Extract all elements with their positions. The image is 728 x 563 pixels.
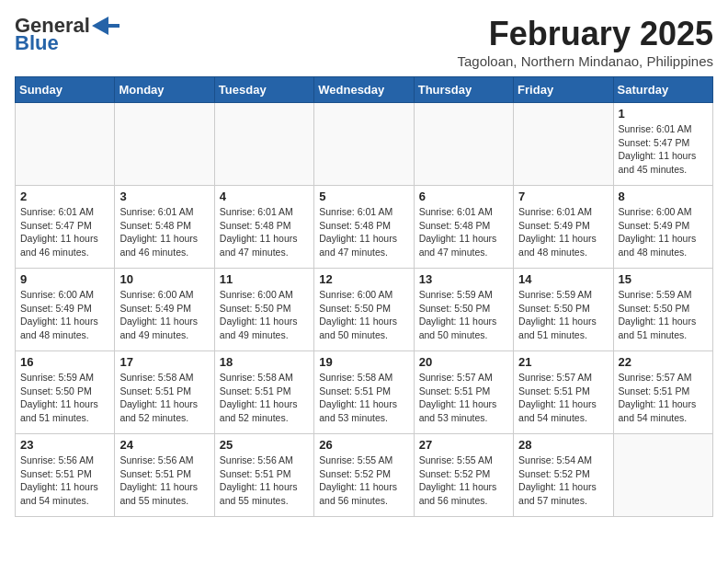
day-info: Sunrise: 5:54 AM Sunset: 5:52 PM Dayligh… (518, 454, 608, 508)
col-header-sunday: Sunday (16, 77, 115, 103)
day-number: 6 (419, 190, 508, 203)
day-number: 21 (518, 355, 608, 369)
calendar-cell (115, 103, 214, 186)
calendar-cell: 12Sunrise: 6:00 AM Sunset: 5:50 PM Dayli… (314, 269, 414, 351)
day-number: 25 (220, 438, 309, 452)
calendar-cell: 1Sunrise: 6:01 AM Sunset: 5:47 PM Daylig… (613, 103, 712, 186)
day-number: 13 (419, 272, 508, 286)
day-info: Sunrise: 5:55 AM Sunset: 5:52 PM Dayligh… (419, 454, 508, 508)
title-block: February 2025 Tagoloan, Northern Mindana… (457, 15, 713, 69)
col-header-friday: Friday (514, 77, 613, 103)
day-number: 10 (119, 272, 209, 286)
calendar-cell: 19Sunrise: 5:58 AM Sunset: 5:51 PM Dayli… (314, 351, 414, 434)
calendar-week-row: 9Sunrise: 6:00 AM Sunset: 5:49 PM Daylig… (16, 269, 713, 351)
col-header-monday: Monday (115, 77, 214, 103)
day-info: Sunrise: 5:58 AM Sunset: 5:51 PM Dayligh… (319, 371, 408, 425)
calendar-cell: 13Sunrise: 5:59 AM Sunset: 5:50 PM Dayli… (414, 269, 513, 351)
day-info: Sunrise: 5:56 AM Sunset: 5:51 PM Dayligh… (220, 454, 309, 508)
calendar-cell: 3Sunrise: 6:01 AM Sunset: 5:48 PM Daylig… (115, 186, 214, 269)
calendar-week-row: 16Sunrise: 5:59 AM Sunset: 5:50 PM Dayli… (16, 351, 713, 434)
calendar-cell: 20Sunrise: 5:57 AM Sunset: 5:51 PM Dayli… (414, 351, 513, 434)
day-number: 9 (20, 272, 109, 286)
day-number: 20 (419, 355, 508, 369)
col-header-saturday: Saturday (613, 77, 712, 103)
day-number: 16 (20, 355, 109, 369)
calendar-cell: 17Sunrise: 5:58 AM Sunset: 5:51 PM Dayli… (115, 351, 214, 434)
day-number: 23 (20, 438, 109, 452)
calendar-cell (414, 103, 513, 186)
location-subtitle: Tagoloan, Northern Mindanao, Philippines (457, 53, 713, 69)
calendar-cell: 10Sunrise: 6:00 AM Sunset: 5:49 PM Dayli… (115, 269, 214, 351)
day-info: Sunrise: 6:01 AM Sunset: 5:48 PM Dayligh… (319, 205, 408, 259)
calendar-cell: 25Sunrise: 5:56 AM Sunset: 5:51 PM Dayli… (214, 434, 313, 517)
calendar-cell: 11Sunrise: 6:00 AM Sunset: 5:50 PM Dayli… (214, 269, 313, 351)
day-info: Sunrise: 5:56 AM Sunset: 5:51 PM Dayligh… (20, 454, 109, 508)
day-number: 22 (619, 355, 708, 369)
day-info: Sunrise: 6:00 AM Sunset: 5:49 PM Dayligh… (20, 288, 109, 342)
svg-marker-0 (92, 17, 119, 35)
calendar-cell: 18Sunrise: 5:58 AM Sunset: 5:51 PM Dayli… (214, 351, 313, 434)
logo-arrow-icon (92, 17, 119, 35)
month-year-title: February 2025 (457, 15, 713, 53)
calendar-cell: 22Sunrise: 5:57 AM Sunset: 5:51 PM Dayli… (613, 351, 712, 434)
day-number: 19 (319, 355, 408, 369)
day-number: 17 (119, 355, 209, 369)
day-info: Sunrise: 6:00 AM Sunset: 5:50 PM Dayligh… (319, 288, 408, 342)
day-info: Sunrise: 6:01 AM Sunset: 5:49 PM Dayligh… (518, 205, 608, 259)
day-number: 5 (319, 190, 408, 203)
calendar-cell: 2Sunrise: 6:01 AM Sunset: 5:47 PM Daylig… (16, 186, 115, 269)
calendar-cell: 21Sunrise: 5:57 AM Sunset: 5:51 PM Dayli… (514, 351, 613, 434)
day-info: Sunrise: 6:00 AM Sunset: 5:49 PM Dayligh… (619, 205, 708, 259)
col-header-thursday: Thursday (414, 77, 513, 103)
day-info: Sunrise: 5:56 AM Sunset: 5:51 PM Dayligh… (119, 454, 209, 508)
calendar-cell (613, 434, 712, 517)
day-info: Sunrise: 6:01 AM Sunset: 5:48 PM Dayligh… (220, 205, 309, 259)
day-number: 1 (619, 107, 708, 121)
day-info: Sunrise: 5:57 AM Sunset: 5:51 PM Dayligh… (419, 371, 508, 425)
calendar-cell: 27Sunrise: 5:55 AM Sunset: 5:52 PM Dayli… (414, 434, 513, 517)
day-info: Sunrise: 6:00 AM Sunset: 5:49 PM Dayligh… (119, 288, 209, 342)
logo: General Blue (15, 15, 119, 55)
calendar-cell (16, 103, 115, 186)
calendar-cell: 7Sunrise: 6:01 AM Sunset: 5:49 PM Daylig… (514, 186, 613, 269)
day-number: 24 (119, 438, 209, 452)
day-number: 11 (220, 272, 309, 286)
day-number: 8 (619, 190, 708, 203)
day-info: Sunrise: 5:59 AM Sunset: 5:50 PM Dayligh… (419, 288, 508, 342)
day-info: Sunrise: 5:58 AM Sunset: 5:51 PM Dayligh… (220, 371, 309, 425)
day-number: 12 (319, 272, 408, 286)
day-number: 18 (220, 355, 309, 369)
calendar-header-row: SundayMondayTuesdayWednesdayThursdayFrid… (16, 77, 713, 103)
day-info: Sunrise: 5:57 AM Sunset: 5:51 PM Dayligh… (518, 371, 608, 425)
day-info: Sunrise: 5:59 AM Sunset: 5:50 PM Dayligh… (518, 288, 608, 342)
day-info: Sunrise: 6:01 AM Sunset: 5:48 PM Dayligh… (419, 205, 508, 259)
calendar-cell: 6Sunrise: 6:01 AM Sunset: 5:48 PM Daylig… (414, 186, 513, 269)
day-number: 4 (220, 190, 309, 203)
day-info: Sunrise: 5:55 AM Sunset: 5:52 PM Dayligh… (319, 454, 408, 508)
calendar-cell: 9Sunrise: 6:00 AM Sunset: 5:49 PM Daylig… (16, 269, 115, 351)
day-number: 15 (619, 272, 708, 286)
day-info: Sunrise: 5:59 AM Sunset: 5:50 PM Dayligh… (619, 288, 708, 342)
logo-blue-text: Blue (15, 31, 59, 55)
day-info: Sunrise: 5:58 AM Sunset: 5:51 PM Dayligh… (119, 371, 209, 425)
day-number: 3 (119, 190, 209, 203)
calendar-cell (514, 103, 613, 186)
day-info: Sunrise: 6:00 AM Sunset: 5:50 PM Dayligh… (220, 288, 309, 342)
day-number: 2 (20, 190, 109, 203)
day-number: 7 (518, 190, 608, 203)
day-info: Sunrise: 6:01 AM Sunset: 5:48 PM Dayligh… (119, 205, 209, 259)
calendar-table: SundayMondayTuesdayWednesdayThursdayFrid… (15, 76, 713, 517)
calendar-cell: 23Sunrise: 5:56 AM Sunset: 5:51 PM Dayli… (16, 434, 115, 517)
calendar-cell (214, 103, 313, 186)
day-info: Sunrise: 6:01 AM Sunset: 5:47 PM Dayligh… (20, 205, 109, 259)
day-number: 26 (319, 438, 408, 452)
calendar-cell: 8Sunrise: 6:00 AM Sunset: 5:49 PM Daylig… (613, 186, 712, 269)
calendar-cell: 16Sunrise: 5:59 AM Sunset: 5:50 PM Dayli… (16, 351, 115, 434)
calendar-week-row: 1Sunrise: 6:01 AM Sunset: 5:47 PM Daylig… (16, 103, 713, 186)
day-info: Sunrise: 5:57 AM Sunset: 5:51 PM Dayligh… (619, 371, 708, 425)
col-header-wednesday: Wednesday (314, 77, 414, 103)
calendar-cell: 14Sunrise: 5:59 AM Sunset: 5:50 PM Dayli… (514, 269, 613, 351)
calendar-cell: 4Sunrise: 6:01 AM Sunset: 5:48 PM Daylig… (214, 186, 313, 269)
day-info: Sunrise: 6:01 AM Sunset: 5:47 PM Dayligh… (619, 122, 708, 177)
page-header: General Blue February 2025 Tagoloan, Nor… (15, 15, 713, 69)
